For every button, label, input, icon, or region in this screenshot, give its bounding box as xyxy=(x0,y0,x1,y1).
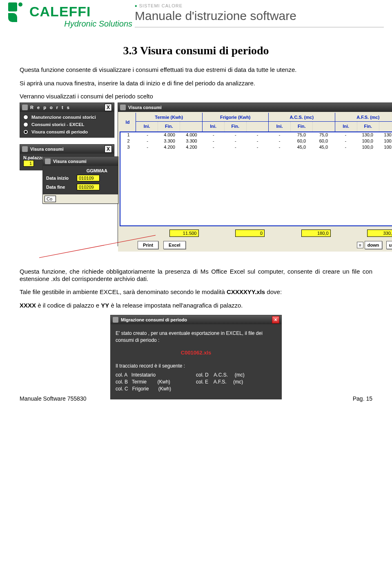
close-icon[interactable]: X xyxy=(105,145,112,153)
migration-cols-right: col. D A.C.S. (mc) col. E A.F.S. (mc) xyxy=(196,372,276,392)
cell: 45,0 xyxy=(312,145,334,151)
cell: - xyxy=(269,138,291,145)
cell: - xyxy=(334,145,356,151)
sub-fin: Fin. xyxy=(290,122,312,132)
option-row[interactable]: Consumi storici - EXCEL xyxy=(20,121,114,128)
opt-label: Manutenzione consumi storici xyxy=(31,115,96,120)
window-icon xyxy=(113,317,118,323)
radio-icon[interactable] xyxy=(23,129,28,134)
cell: - xyxy=(269,132,291,138)
col-id: Id xyxy=(120,113,136,132)
data-fine-label: Data fine xyxy=(46,185,77,189)
excel-p2: Tale file gestibile in ambiente EXCEL, s… xyxy=(20,288,372,296)
cell: 4.000 xyxy=(158,132,180,138)
svg-line-0 xyxy=(39,235,156,258)
reports-titlebar[interactable]: R e p o r t s X xyxy=(20,103,114,112)
footer-right: Pag. 15 xyxy=(353,395,372,402)
co-field[interactable]: Co xyxy=(45,196,56,202)
window-icon xyxy=(22,105,28,110)
visura-date-title: Visura consumi xyxy=(53,159,87,164)
total-frigorie: 0 xyxy=(235,230,265,237)
screenshot-composite: Visura consumi × Id Termie (Kwh) Ini. Fi… xyxy=(20,103,372,262)
radio-icon[interactable] xyxy=(23,122,28,127)
ggmmaa-label: GGMMAA xyxy=(87,168,107,173)
cell: - xyxy=(225,145,247,151)
data-fine-value[interactable]: 010209 xyxy=(77,184,100,190)
group-acs: A.C.S. (mc) xyxy=(269,113,335,122)
cell: 60,0 xyxy=(291,138,313,145)
visura-results-window: Visura consumi × Id Termie (Kwh) Ini. Fi… xyxy=(118,103,392,246)
sub-ini: Ini. xyxy=(203,122,224,132)
data-inizio-value[interactable]: 010109 xyxy=(77,175,100,181)
cell: - xyxy=(247,132,269,138)
cell: - xyxy=(225,132,247,138)
cell: 100,0 xyxy=(379,145,392,151)
option-row[interactable]: Visura consumi di periodo xyxy=(20,128,114,136)
cell: 4.000 xyxy=(180,132,203,138)
migration-title: Migrazione consumi di periodo xyxy=(121,317,187,322)
npalazzo-value[interactable]: 1 xyxy=(23,160,34,167)
cell: - xyxy=(136,145,158,151)
close-icon[interactable]: × xyxy=(272,316,279,323)
cell: 75,0 xyxy=(291,132,313,138)
intro-p1: Questa funzione consente di visualizzare… xyxy=(20,66,372,74)
down-button[interactable]: down xyxy=(365,241,382,249)
reports-title: R e p o r t s xyxy=(30,105,71,110)
cell: - xyxy=(203,138,225,145)
cell: - xyxy=(136,138,158,145)
group-termie: Termie (Kwh) xyxy=(136,113,202,122)
migration-titlebar[interactable]: Migrazione consumi di periodo × xyxy=(111,315,281,324)
cell: 3 xyxy=(120,145,136,151)
section-title: 3.3 Visura consumi di periodo xyxy=(20,44,372,57)
results-body: 1-4.0004.000----75,075,0-130,0130,02-3.3… xyxy=(120,132,392,226)
group-afs: A.F.S. (mc) xyxy=(335,113,392,122)
migration-p2: Il tracciato record è il seguente : xyxy=(116,363,276,370)
window-icon xyxy=(45,158,51,164)
opt-label: Visura consumi di periodo xyxy=(31,129,88,134)
sub-ini: Ini. xyxy=(335,122,357,132)
cell: - xyxy=(203,145,225,151)
results-titlebar[interactable]: Visura consumi × xyxy=(118,103,392,112)
table-row: 2-3.3003.300----60,060,0-100,0100,0 xyxy=(120,138,392,145)
total-termie: 11.500 xyxy=(169,230,199,237)
brand-name: CALEFFI xyxy=(29,4,91,20)
brand-tagline: Hydronic Solutions xyxy=(8,19,135,29)
sub-fin: Fin. xyxy=(158,122,180,132)
cell: 100,0 xyxy=(379,138,392,145)
data-inizio-label: Data inizio xyxy=(46,176,77,181)
cell: 60,0 xyxy=(312,138,334,145)
cell: 1 xyxy=(120,132,136,138)
cell: 130,0 xyxy=(356,132,379,138)
cell: - xyxy=(334,138,356,145)
close-icon[interactable]: X xyxy=(105,104,112,111)
option-row[interactable]: Manutenzione consumi storici xyxy=(20,114,114,121)
visura-date-window: Visura consumi GGMMAA Data inizio 010109… xyxy=(42,156,118,204)
cell: 3.300 xyxy=(180,138,203,145)
sub-ini: Ini. xyxy=(136,122,158,132)
cell: 75,0 xyxy=(312,132,334,138)
cell: 2 xyxy=(120,138,136,145)
cell: 100,0 xyxy=(356,145,379,151)
cell: - xyxy=(136,132,158,138)
excel-p1: Questa funzione, che richiede obbligator… xyxy=(20,268,372,282)
page-header: CALEFFI Hydronic Solutions • SISTEMI CAL… xyxy=(0,0,392,29)
cell: 100,0 xyxy=(356,138,379,145)
excel-button[interactable]: Excel xyxy=(163,241,186,249)
cell: 130,0 xyxy=(379,132,392,138)
visura-small-titlebar[interactable]: Visura consumi X xyxy=(20,145,114,154)
up-button[interactable]: up xyxy=(386,241,392,249)
migration-p1: E' stato creato , per una eventuale espo… xyxy=(116,330,276,344)
brand-mark-icon xyxy=(8,2,28,20)
manual-title: Manuale d'istruzione software xyxy=(135,9,384,23)
sub-fin: Fin. xyxy=(357,122,379,132)
cell: - xyxy=(203,132,225,138)
radio-icon[interactable] xyxy=(23,115,28,120)
total-afs: 330,0 xyxy=(367,230,392,237)
arrow-icon xyxy=(39,234,158,259)
opt-label: Consumi storici - EXCEL xyxy=(31,122,85,127)
cell: 4.200 xyxy=(180,145,203,151)
visura-date-titlebar[interactable]: Visura consumi xyxy=(43,157,118,166)
cell: - xyxy=(334,132,356,138)
cell: - xyxy=(225,138,247,145)
migration-filename: C001062.xls xyxy=(116,349,276,357)
